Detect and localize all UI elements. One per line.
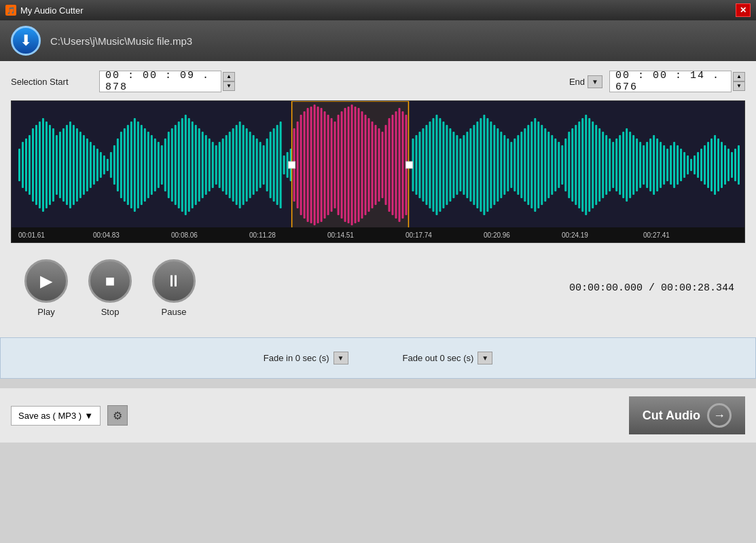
timeline-label-9: 00:27.41 (643, 231, 670, 239)
svg-rect-205 (717, 138, 719, 191)
svg-rect-173 (609, 138, 611, 191)
play-button[interactable]: ▶ Play (24, 259, 68, 317)
svg-rect-196 (687, 155, 689, 174)
svg-rect-77 (280, 121, 282, 208)
stop-circle: ■ (88, 259, 132, 303)
play-circle: ▶ (24, 259, 68, 303)
stop-label: Stop (101, 307, 120, 317)
svg-rect-141 (500, 132, 502, 198)
selection-start-label: Selection Start (11, 77, 92, 87)
svg-rect-184 (646, 142, 648, 188)
svg-rect-1 (22, 142, 24, 188)
svg-rect-206 (721, 142, 723, 188)
svg-rect-153 (541, 125, 543, 205)
svg-rect-74 (270, 132, 272, 198)
fade-in-dropdown[interactable]: ▼ (334, 352, 348, 364)
svg-rect-71 (259, 142, 262, 188)
svg-rect-3 (29, 135, 31, 195)
waveform-container[interactable]: 00:01.61 00:04.83 00:08.06 00:11.28 00:1… (11, 100, 745, 243)
svg-rect-188 (660, 142, 662, 188)
svg-rect-134 (476, 121, 478, 208)
svg-rect-143 (507, 138, 509, 191)
svg-rect-152 (537, 121, 539, 208)
svg-rect-149 (527, 125, 529, 205)
end-spinner-down[interactable]: ▼ (733, 81, 745, 91)
save-as-button[interactable]: Save as ( MP3 ) ▼ (11, 406, 101, 426)
svg-rect-146 (517, 135, 519, 195)
svg-rect-136 (483, 115, 485, 215)
svg-rect-124 (442, 121, 444, 208)
header-bar: ⬇ C:\Users\j\Music\Music file.mp3 (0, 20, 756, 61)
svg-rect-117 (418, 132, 420, 198)
selection-start-input[interactable]: 00 : 00 : 09 . 878 (99, 71, 221, 92)
gear-icon: ⚙ (113, 409, 122, 422)
bottom-bar: Save as ( MP3 ) ▼ ⚙ Cut Audio → (0, 388, 756, 443)
svg-rect-162 (571, 128, 573, 202)
svg-rect-125 (446, 125, 448, 205)
save-as-label: Save as ( MP3 ) (18, 411, 82, 421)
fade-out-dropdown[interactable]: ▼ (478, 352, 492, 364)
svg-rect-133 (473, 125, 475, 205)
stop-button[interactable]: ■ Stop (88, 259, 132, 317)
svg-rect-213 (289, 162, 295, 168)
svg-rect-163 (575, 125, 577, 205)
cut-audio-label: Cut Audio (643, 409, 700, 423)
svg-rect-78 (283, 155, 285, 174)
svg-rect-139 (493, 125, 495, 205)
svg-rect-192 (673, 142, 675, 188)
main-content: Selection Start 00 : 00 : 09 . 878 ▲ ▼ E… (0, 61, 756, 337)
svg-rect-12 (59, 132, 61, 198)
svg-rect-54 (202, 132, 204, 198)
timeline-label-3: 00:08.06 (171, 231, 198, 239)
timeline: 00:01.61 00:04.83 00:08.06 00:11.28 00:1… (12, 227, 744, 242)
selection-end-spinner[interactable]: ▲ ▼ (733, 72, 745, 91)
svg-rect-127 (452, 132, 454, 198)
spinner-up[interactable]: ▲ (223, 72, 235, 81)
svg-rect-131 (466, 132, 468, 198)
fade-in-control: Fade in 0 sec (s) ▼ (264, 352, 348, 364)
end-dropdown[interactable]: ▼ (588, 75, 602, 88)
svg-rect-58 (215, 145, 217, 185)
selection-end-input[interactable]: 00 : 00 : 14 . 676 (609, 71, 732, 92)
svg-rect-164 (578, 121, 580, 208)
end-spinner-up[interactable]: ▲ (733, 72, 745, 81)
spinner-down[interactable]: ▼ (223, 81, 235, 91)
selection-start-spinner[interactable]: ▲ ▼ (223, 72, 235, 91)
svg-rect-129 (459, 138, 461, 191)
fade-out-label: Fade out 0 sec (s) (403, 353, 474, 363)
cut-audio-button[interactable]: Cut Audio → (629, 396, 745, 434)
svg-rect-165 (581, 118, 583, 212)
settings-button[interactable]: ⚙ (107, 405, 128, 426)
svg-rect-2 (25, 138, 27, 191)
svg-rect-46 (175, 125, 177, 205)
svg-rect-14 (66, 125, 68, 205)
svg-rect-48 (181, 118, 183, 212)
svg-rect-31 (124, 128, 126, 202)
svg-rect-189 (663, 145, 665, 185)
waveform-svg (12, 101, 744, 229)
svg-rect-22 (93, 145, 95, 185)
svg-rect-148 (524, 128, 526, 202)
play-label: Play (37, 307, 54, 317)
svg-rect-175 (615, 138, 617, 191)
svg-rect-8 (46, 121, 48, 208)
svg-rect-60 (222, 138, 224, 191)
svg-rect-130 (463, 135, 465, 195)
svg-rect-190 (666, 149, 668, 181)
svg-rect-11 (56, 135, 58, 195)
svg-rect-204 (714, 135, 716, 195)
close-button[interactable]: ✕ (736, 3, 751, 17)
pause-button[interactable]: ⏸ Pause (152, 259, 196, 317)
svg-rect-176 (619, 135, 621, 195)
svg-rect-53 (198, 128, 200, 202)
svg-rect-20 (86, 138, 88, 191)
svg-rect-52 (195, 125, 197, 205)
svg-rect-28 (113, 145, 115, 185)
time-display: 00:00:00.000 / 00:00:28.344 (569, 282, 734, 294)
timeline-label-1: 00:01.61 (18, 231, 45, 239)
pause-label: Pause (162, 307, 187, 317)
svg-rect-118 (422, 128, 424, 202)
svg-rect-155 (547, 132, 550, 198)
svg-rect-179 (629, 132, 631, 198)
svg-rect-29 (117, 138, 119, 191)
